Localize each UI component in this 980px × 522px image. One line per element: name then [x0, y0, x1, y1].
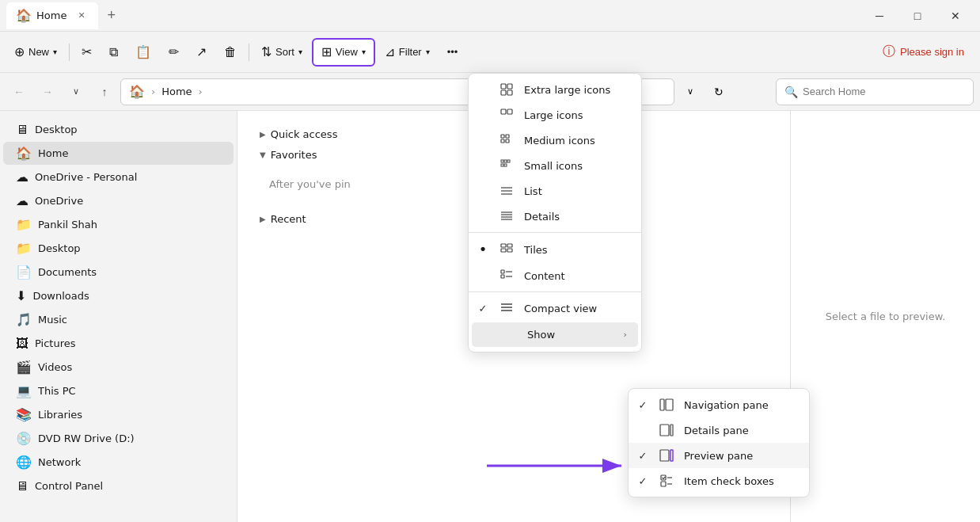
- new-icon: ⊕: [14, 44, 25, 59]
- list-icon: [499, 185, 515, 197]
- copy-button[interactable]: ⧉: [101, 38, 126, 67]
- dropdown-item-list[interactable]: List: [469, 178, 641, 204]
- sidebar-item-dvd[interactable]: 💿 DVD RW Drive (D:): [3, 427, 234, 450]
- search-input[interactable]: [803, 86, 965, 97]
- tab-home[interactable]: 🏠 Home ✕: [6, 2, 98, 29]
- sort-icon: ⇅: [261, 44, 272, 59]
- dropdown-item-show[interactable]: Show ›: [472, 322, 638, 347]
- details-icon: [499, 210, 515, 223]
- sidebar-desktop2-icon: 📁: [16, 241, 32, 256]
- address-dropdown-button[interactable]: ∨: [678, 79, 703, 105]
- item-check-boxes-label: Item check boxes: [684, 475, 798, 487]
- sidebar-item-downloads[interactable]: ⬇ Downloads: [3, 284, 234, 307]
- sidebar-item-documents[interactable]: 📄 Documents: [3, 261, 234, 284]
- refresh-button[interactable]: ↻: [706, 79, 731, 105]
- tiles-label: Tiles: [524, 244, 630, 256]
- cut-button[interactable]: ✂: [74, 38, 100, 67]
- maximize-button[interactable]: □: [899, 3, 936, 29]
- sidebar-item-this-pc[interactable]: 💻 This PC: [3, 379, 234, 402]
- svg-rect-35: [660, 425, 669, 436]
- paste-button[interactable]: 📋: [127, 38, 159, 67]
- favorites-arrow: ▼: [260, 151, 266, 159]
- search-box[interactable]: 🔍: [776, 78, 974, 105]
- minimize-button[interactable]: ─: [861, 3, 898, 29]
- sidebar-pankil-label: Pankil Shah: [38, 219, 97, 231]
- sidebar-item-libraries[interactable]: 📚 Libraries: [3, 403, 234, 426]
- svg-rect-26: [501, 270, 504, 273]
- share-button[interactable]: ↗: [188, 38, 215, 67]
- svg-rect-34: [666, 399, 673, 410]
- small-icon: [499, 159, 515, 172]
- sign-in-label: Please sign in: [900, 46, 964, 58]
- extra-large-icons-label: Extra large icons: [524, 84, 630, 96]
- submenu-navigation-pane[interactable]: ✓ Navigation pane: [629, 392, 809, 417]
- sidebar-documents-icon: 📄: [16, 265, 32, 280]
- cut-icon: ✂: [82, 44, 92, 59]
- sidebar-item-control-panel[interactable]: 🖥 Control Panel: [3, 474, 234, 497]
- tab-home-icon: 🏠: [16, 8, 32, 23]
- svg-rect-1: [507, 84, 512, 89]
- sidebar-downloads-label: Downloads: [32, 290, 89, 302]
- filter-button[interactable]: ⊿ Filter ▾: [377, 38, 438, 67]
- new-button[interactable]: ⊕ New ▾: [6, 38, 65, 67]
- svg-rect-2: [501, 90, 506, 95]
- dropdown-item-small-icons[interactable]: Small icons: [469, 153, 641, 178]
- submenu-preview-pane[interactable]: ✓ Preview pane: [629, 443, 809, 468]
- new-tab-button[interactable]: +: [101, 4, 123, 27]
- delete-icon: 🗑: [224, 45, 237, 59]
- sign-in-button[interactable]: ⓘ Please sign in: [873, 39, 974, 65]
- dropdown-sep-1: [469, 232, 641, 233]
- sidebar-desktop-label: Desktop: [35, 124, 78, 135]
- sidebar-item-videos[interactable]: 🎬 Videos: [3, 356, 234, 379]
- svg-rect-13: [501, 164, 503, 166]
- back-button[interactable]: ←: [6, 79, 32, 105]
- dropdown-item-extra-large-icons[interactable]: Extra large icons: [469, 77, 641, 102]
- sort-button[interactable]: ⇅ Sort ▾: [253, 38, 310, 67]
- svg-rect-7: [506, 135, 509, 138]
- sidebar-item-onedrive[interactable]: ☁ OneDrive: [3, 189, 234, 212]
- close-button[interactable]: ✕: [937, 3, 974, 29]
- path-home: Home: [161, 86, 192, 97]
- sidebar-item-pankil-shah[interactable]: 📁 Pankil Shah: [3, 213, 234, 236]
- more-button[interactable]: •••: [439, 38, 466, 67]
- sidebar-onedrive-personal-icon: ☁: [16, 170, 28, 185]
- svg-rect-8: [501, 139, 504, 143]
- sidebar-item-network[interactable]: 🌐 Network: [3, 451, 234, 474]
- sidebar-videos-icon: 🎬: [16, 360, 32, 375]
- recent-locations-button[interactable]: ∨: [63, 79, 89, 105]
- dropdown-item-content[interactable]: Content: [469, 263, 641, 288]
- dropdown-item-large-icons[interactable]: Large icons: [469, 102, 641, 128]
- dropdown-item-compact-view[interactable]: ✓ Compact view: [469, 295, 641, 321]
- view-icon: ⊞: [321, 44, 332, 59]
- sidebar-item-onedrive-personal[interactable]: ☁ OneDrive - Personal: [3, 166, 234, 189]
- dropdown-item-tiles[interactable]: • Tiles: [469, 236, 641, 263]
- sidebar-home-icon: 🏠: [16, 146, 32, 161]
- submenu-item-check-boxes[interactable]: ✓ Item check boxes: [629, 468, 809, 493]
- sidebar-item-desktop[interactable]: 🖥 Desktop: [3, 118, 234, 141]
- rename-button[interactable]: ✏: [161, 38, 187, 67]
- dropdown-item-details[interactable]: Details: [469, 204, 641, 229]
- svg-rect-37: [660, 450, 669, 461]
- forward-button[interactable]: →: [35, 79, 60, 105]
- sidebar-item-pictures[interactable]: 🖼 Pictures: [3, 332, 234, 355]
- tab-close-button[interactable]: ✕: [74, 9, 88, 22]
- sidebar-libraries-label: Libraries: [38, 409, 82, 421]
- up-button[interactable]: ↑: [92, 79, 117, 105]
- extra-large-icon: [499, 83, 515, 96]
- delete-button[interactable]: 🗑: [216, 38, 245, 67]
- sidebar-item-home[interactable]: 🏠 Home: [3, 142, 234, 165]
- sidebar-item-music[interactable]: 🎵 Music: [3, 308, 234, 331]
- content-icon: [499, 269, 515, 282]
- details-pane-icon: [659, 424, 674, 436]
- view-button[interactable]: ⊞ View ▾: [312, 38, 375, 67]
- dropdown-item-medium-icons[interactable]: Medium icons: [469, 128, 641, 153]
- toolbar-sep-2: [249, 44, 249, 61]
- sign-in-icon: ⓘ: [883, 44, 895, 60]
- new-dropdown-icon: ▾: [53, 48, 57, 56]
- sidebar-item-desktop2[interactable]: 📁 Desktop: [3, 237, 234, 260]
- medium-icon: [499, 134, 515, 147]
- sidebar-pankil-icon: 📁: [16, 217, 32, 232]
- submenu-details-pane[interactable]: Details pane: [629, 417, 809, 443]
- sidebar-onedrive-icon: ☁: [16, 193, 28, 208]
- svg-rect-3: [507, 90, 512, 95]
